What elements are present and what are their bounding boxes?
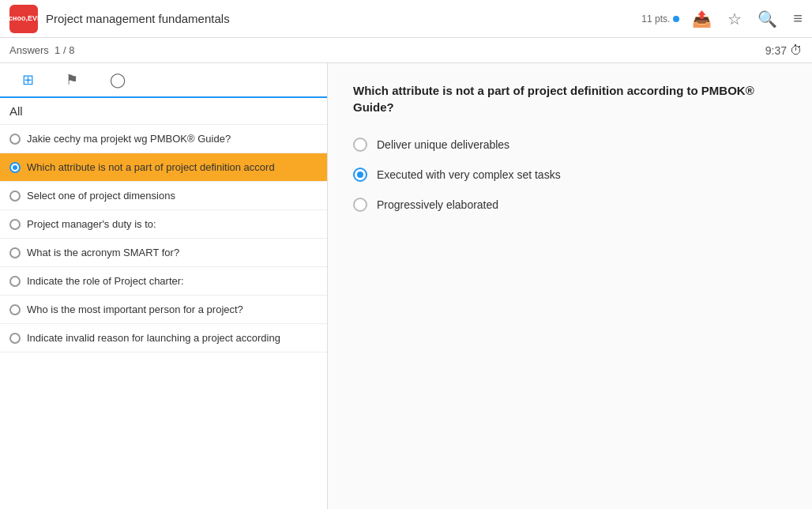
list-item[interactable]: Select one of project dimensions: [0, 182, 327, 210]
top-icons: 📤 ☆ 🔍 ≡: [692, 9, 803, 28]
list-item[interactable]: Indicate invalid reason for launching a …: [0, 324, 327, 353]
star-icon[interactable]: ☆: [727, 9, 742, 28]
list-item[interactable]: What is the acronym SMART for?: [0, 239, 327, 267]
all-label: All: [0, 98, 327, 125]
top-bar: осноо,EVM Project management fundamental…: [0, 0, 812, 38]
question-radio: [9, 304, 21, 315]
sidebar-tabs: ⊞ ⚑ ◯: [0, 63, 327, 98]
options-list: Deliver unique deliverablesExecuted with…: [353, 138, 787, 212]
list-item[interactable]: Project manager's duty is to:: [0, 210, 327, 239]
question-radio: [9, 162, 21, 173]
question-radio: [9, 276, 21, 287]
question-text: What is the acronym SMART for?: [27, 247, 179, 258]
question-text: Project manager's duty is to:: [27, 218, 156, 230]
option-text: Deliver unique deliverables: [377, 138, 509, 151]
search-icon[interactable]: 🔍: [757, 9, 777, 28]
share-icon[interactable]: 📤: [692, 9, 712, 28]
option-item[interactable]: Deliver unique deliverables: [353, 138, 787, 152]
pts-dot: [673, 16, 679, 22]
option-radio: [353, 168, 367, 182]
content-area: Which attribute is not a part of project…: [328, 63, 812, 509]
list-item[interactable]: Indicate the role of Project charter:: [0, 267, 327, 296]
question-text: Who is the most important person for a p…: [27, 304, 243, 315]
question-text: Which attribute is not a part of project…: [27, 161, 275, 173]
question-text: Indicate the role of Project charter:: [27, 275, 184, 287]
option-item[interactable]: Executed with very complex set tasks: [353, 168, 787, 182]
timer-icon: ⏱: [790, 43, 803, 58]
tab-flag[interactable]: ⚑: [50, 63, 94, 96]
option-item[interactable]: Progressively elaborated: [353, 198, 787, 212]
question-radio: [9, 247, 21, 258]
question-text: Indicate invalid reason for launching a …: [27, 332, 280, 344]
question-text: Select one of project dimensions: [27, 190, 175, 202]
pts-badge: 11 pts.: [641, 13, 679, 25]
sub-bar: Answers 1 / 8 9:37 ⏱: [0, 38, 812, 63]
question-radio: [9, 134, 21, 145]
option-radio: [353, 138, 367, 152]
answers-label: Answers 1 / 8: [9, 44, 74, 56]
list-item[interactable]: Who is the most important person for a p…: [0, 296, 327, 324]
menu-icon[interactable]: ≡: [793, 9, 803, 28]
app-title: Project management fundamentals: [46, 12, 641, 25]
app-logo: осноо,EVM: [9, 5, 38, 33]
list-item[interactable]: Jakie cechy ma projekt wg PMBOK® Guide?: [0, 125, 327, 153]
question-title: Which attribute is not a part of project…: [353, 82, 787, 115]
main-layout: ⊞ ⚑ ◯ All Jakie cechy ma projekt wg PMBO…: [0, 63, 812, 509]
option-radio: [353, 198, 367, 212]
option-text: Executed with very complex set tasks: [377, 168, 561, 181]
timer: 9:37 ⏱: [765, 43, 803, 58]
question-radio: [9, 190, 21, 202]
list-item[interactable]: Which attribute is not a part of project…: [0, 153, 327, 182]
tab-grid[interactable]: ⊞: [6, 63, 50, 98]
question-text: Jakie cechy ma projekt wg PMBOK® Guide?: [27, 133, 231, 145]
question-list: Jakie cechy ma projekt wg PMBOK® Guide?W…: [0, 125, 327, 509]
sidebar: ⊞ ⚑ ◯ All Jakie cechy ma projekt wg PMBO…: [0, 63, 328, 509]
radio-inner-dot: [357, 172, 363, 178]
question-radio: [9, 333, 21, 344]
option-text: Progressively elaborated: [377, 198, 498, 211]
tab-circle[interactable]: ◯: [94, 63, 141, 96]
question-radio: [9, 219, 21, 230]
